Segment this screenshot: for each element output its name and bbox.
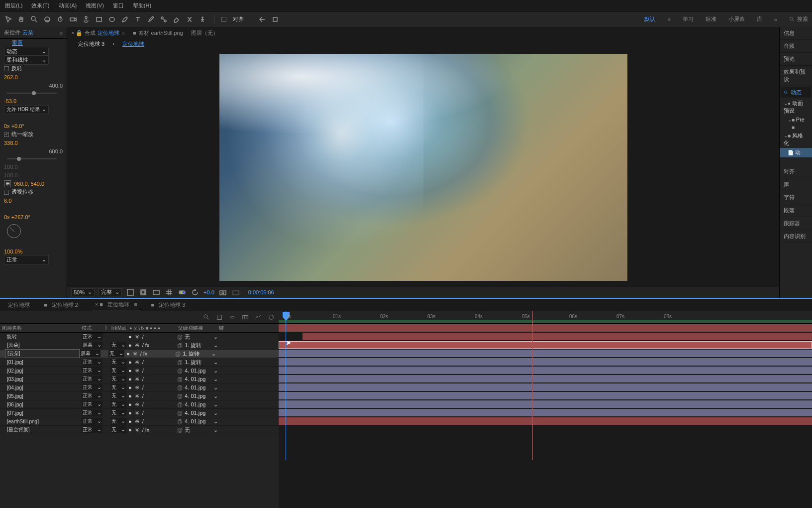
panel-effects[interactable]: 效果和预设 xyxy=(780,66,812,86)
layer-name[interactable]: 旋转 xyxy=(2,333,82,340)
layer-mode-dropdown[interactable]: 屏幕⌄ xyxy=(82,342,102,349)
opacity-value[interactable]: 100.0% xyxy=(4,249,22,254)
value-2[interactable]: -53.0 xyxy=(4,98,16,104)
layer-name[interactable]: [02.jpg] xyxy=(2,368,82,374)
layer-name[interactable]: [03.jpg] xyxy=(2,377,82,382)
layer-parent-dropdown[interactable]: @4. 01.jpg⌄ xyxy=(177,368,218,374)
track-row[interactable] xyxy=(279,349,812,358)
mask-icon[interactable] xyxy=(139,288,148,297)
layer-row-9[interactable]: [07.jpg] 正常⌄ 无⌄ ●※/ @4. 01.jpg⌄ xyxy=(0,409,279,417)
slider-1[interactable]: .slider::after{left:var(--pos,20%)} xyxy=(7,93,57,94)
layer-trkmat-dropdown[interactable]: 无⌄ xyxy=(110,342,126,349)
effect-controls-tab[interactable]: 果控件 云朵 ≡ xyxy=(0,27,67,39)
timeline-ruler[interactable]: 0s01s02s03s04s05s06s07s08s xyxy=(279,311,812,324)
value-1[interactable]: 262.0 xyxy=(4,74,18,80)
timeline-tab-1[interactable]: 定位地球 xyxy=(5,300,33,310)
effects-search[interactable]: 动态 xyxy=(781,87,811,98)
track-row[interactable] xyxy=(279,383,812,391)
timeline-tab-3[interactable]: × ■ 定位地球 ≡ xyxy=(92,299,140,310)
camera-tool-icon[interactable] xyxy=(69,15,78,24)
reset-link[interactable]: 重置 xyxy=(12,39,23,47)
layer-trkmat-dropdown[interactable]: 无⌄ xyxy=(110,426,126,433)
layer-bar[interactable] xyxy=(303,333,812,340)
panel-audio[interactable]: 音频 xyxy=(780,40,812,53)
workspace-standard[interactable]: 标准 xyxy=(706,15,716,23)
layer-row-4[interactable]: [02.jpg] 正常⌄ 无⌄ ●※/ @4. 01.jpg⌄ xyxy=(0,367,279,375)
scale-value[interactable]: 338.0 xyxy=(4,140,18,146)
comp-tab-3[interactable]: 图层（无） xyxy=(191,29,218,37)
hand-tool-icon[interactable] xyxy=(17,15,26,24)
snap-option2-icon[interactable] xyxy=(271,15,280,24)
menu-layer[interactable]: 图层(L) xyxy=(5,2,22,9)
layer-row-11[interactable]: [星空背景] 正常⌄ 无⌄ ●※/ fx @无⌄ xyxy=(0,426,279,434)
layer-trkmat-dropdown[interactable]: 无⌄ xyxy=(110,359,126,366)
layer-mode-dropdown[interactable]: 正常⌄ xyxy=(82,376,102,382)
layer-row-7[interactable]: [05.jpg] 正常⌄ 无⌄ ●※/ @4. 01.jpg⌄ xyxy=(0,392,279,400)
panel-align[interactable]: 对齐 xyxy=(780,165,812,178)
layer-mode-dropdown[interactable]: 正常⌄ xyxy=(82,409,102,416)
uniform-checkbox[interactable] xyxy=(4,132,9,137)
layer-mode-dropdown[interactable]: 正常⌄ xyxy=(82,426,102,433)
layer-mode-dropdown[interactable]: 正常⌄ xyxy=(82,367,102,374)
workspace-lib[interactable]: 库 xyxy=(757,15,762,23)
layer-trkmat-dropdown[interactable]: 无⌄ xyxy=(110,418,126,425)
anchor-tool-icon[interactable] xyxy=(82,15,91,24)
layer-parent-dropdown[interactable]: @1. 旋转⌄ xyxy=(175,350,216,358)
layer-switches[interactable]: ●※/ xyxy=(128,410,177,416)
layer-row-5[interactable]: [03.jpg] 正常⌄ 无⌄ ●※/ @4. 01.jpg⌄ xyxy=(0,375,279,383)
layer-parent-dropdown[interactable]: @4. 01.jpg⌄ xyxy=(177,401,218,408)
track-row[interactable] xyxy=(279,332,812,341)
layer-name[interactable]: [星空背景] xyxy=(2,426,82,433)
eraser-tool-icon[interactable] xyxy=(172,15,181,24)
layer-switches[interactable]: ●※/ xyxy=(128,376,177,382)
rotate-tool-icon[interactable] xyxy=(56,15,65,24)
track-row[interactable] xyxy=(279,366,812,375)
comp-tab-2[interactable]: ■ 素材 earthStill.png xyxy=(133,29,183,37)
tl-graph-icon[interactable] xyxy=(255,314,262,321)
layer-parent-dropdown[interactable]: @4. 01.jpg⌄ xyxy=(177,393,218,399)
invert-checkbox[interactable] xyxy=(4,66,9,71)
zoom-tool-icon[interactable] xyxy=(30,15,39,24)
layer-trkmat-dropdown[interactable]: 无⌄ xyxy=(110,384,126,391)
layer-parent-dropdown[interactable]: @1. 旋转⌄ xyxy=(177,359,218,366)
breadcrumb-current[interactable]: 定位地球 xyxy=(122,40,144,48)
workspace-learn[interactable]: 学习 xyxy=(683,15,694,23)
timeline-tracks[interactable]: 0s01s02s03s04s05s06s07s08s ➤ xyxy=(279,311,812,508)
layer-parent-dropdown[interactable]: @4. 01.jpg⌄ xyxy=(177,384,218,391)
layer-row-2[interactable]: [云朵] 屏幕⌄ 无⌄ ●※/ fx @1. 旋转⌄ xyxy=(0,350,279,358)
layer-bar[interactable] xyxy=(279,383,812,391)
layer-mode-dropdown[interactable]: 屏幕⌄ xyxy=(80,350,101,357)
rotation-dial[interactable] xyxy=(7,224,21,238)
brush-tool-icon[interactable] xyxy=(146,15,155,24)
layer-mode-dropdown[interactable]: 正常⌄ xyxy=(82,333,102,340)
layer-trkmat-dropdown[interactable]: 无⌄ xyxy=(110,367,126,374)
layer-row-8[interactable]: [06.jpg] 正常⌄ 无⌄ ●※/ @4. 01.jpg⌄ xyxy=(0,400,279,409)
layer-trkmat-dropdown[interactable]: 无⌄ xyxy=(110,392,126,399)
effects-tree-item-3[interactable]: ⌄■ 风格化 xyxy=(780,131,812,148)
layer-switches[interactable]: ●※/ xyxy=(128,393,177,399)
line-type-dropdown[interactable]: 柔和线性⌄ xyxy=(4,55,49,65)
selection-tool-icon[interactable] xyxy=(4,15,13,24)
timeline-tab-4[interactable]: ■ 定位地球 3 xyxy=(148,300,192,310)
zoom-dropdown[interactable]: 50%⌄ xyxy=(71,288,95,296)
track-row[interactable] xyxy=(279,391,812,400)
region-icon[interactable] xyxy=(152,288,161,297)
layer-row-1[interactable]: [云朵] 屏幕⌄ 无⌄ ●※/ fx @1. 旋转⌄ xyxy=(0,341,279,350)
exposure-value[interactable]: +0.0 xyxy=(203,289,214,295)
panel-character[interactable]: 字符 xyxy=(780,191,812,204)
snap-checkbox[interactable] xyxy=(221,17,226,22)
pen-tool-icon[interactable] xyxy=(120,15,129,24)
effects-tree-item-2[interactable]: ⌄■ Pre xyxy=(780,116,812,124)
tl-blur-icon[interactable] xyxy=(268,314,275,321)
layer-mode-dropdown[interactable]: 正常⌄ xyxy=(82,401,102,408)
layer-switches[interactable]: ●※/ xyxy=(128,401,177,408)
menu-window[interactable]: 窗口 xyxy=(113,2,124,9)
tl-search-icon[interactable] xyxy=(203,314,210,321)
show-snapshot-icon[interactable] xyxy=(231,288,240,297)
tl-frame-icon[interactable] xyxy=(242,314,249,321)
layer-name[interactable]: [云朵] xyxy=(5,349,80,358)
layer-switches[interactable]: ●※/ xyxy=(128,368,177,374)
snapshot-icon[interactable] xyxy=(218,288,227,297)
composition-viewer[interactable] xyxy=(67,49,779,286)
layer-name[interactable]: [06.jpg] xyxy=(2,402,82,407)
